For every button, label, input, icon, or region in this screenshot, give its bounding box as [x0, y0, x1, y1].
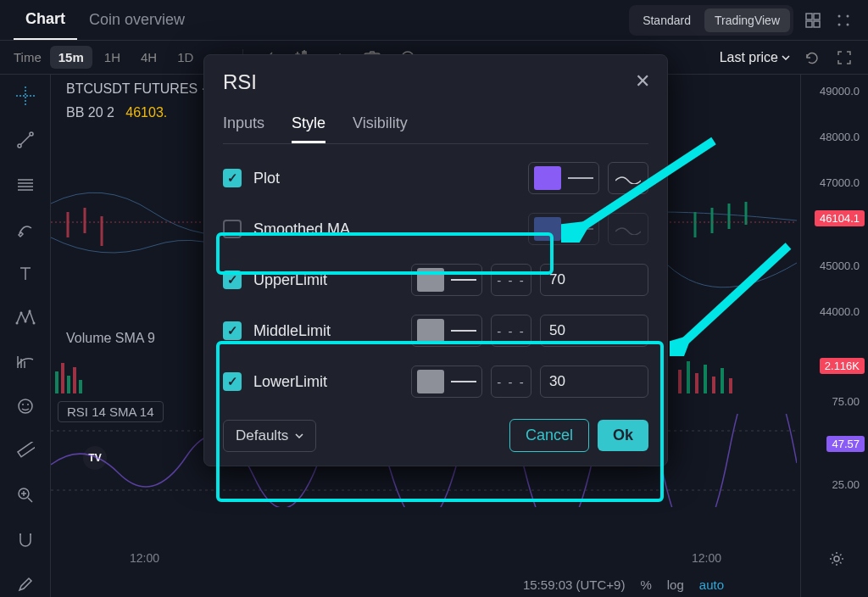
svg-point-7: [847, 23, 849, 25]
middle-color-line[interactable]: [411, 315, 482, 347]
svg-rect-54: [79, 380, 82, 393]
view-switch: Standard TradingView: [629, 5, 793, 36]
svg-point-25: [19, 311, 22, 314]
dialog-title: RSI: [223, 70, 648, 94]
tf-4h[interactable]: 4H: [132, 46, 165, 69]
last-price-dropdown[interactable]: Last price: [720, 50, 790, 65]
tf-1d[interactable]: 1D: [169, 46, 202, 69]
checkbox-plot[interactable]: [223, 169, 242, 187]
row-middle-limit: MiddleLimit - - - 50: [223, 312, 648, 349]
top-tabs: Chart Coin overview Standard TradingView: [0, 0, 868, 41]
svg-line-19: [20, 136, 30, 145]
svg-rect-52: [67, 376, 70, 393]
layout-grid-icon[interactable]: [802, 9, 824, 31]
pencil-icon[interactable]: [12, 572, 39, 597]
axis-tick: 49000.0: [820, 85, 860, 98]
text-icon[interactable]: [12, 260, 39, 286]
scale-percent[interactable]: %: [640, 577, 651, 592]
checkbox-middle-limit[interactable]: [223, 321, 242, 340]
label-plot: Plot: [253, 170, 398, 187]
refresh-icon[interactable]: [802, 47, 822, 68]
brush-icon[interactable]: [12, 216, 39, 242]
ok-button[interactable]: Ok: [598, 420, 648, 451]
svg-rect-50: [55, 371, 58, 393]
cancel-button[interactable]: Cancel: [509, 419, 589, 452]
pattern-icon[interactable]: [12, 305, 39, 331]
label-middle-limit: MiddleLimit: [253, 322, 398, 340]
upper-dash-style[interactable]: - - -: [491, 264, 531, 296]
lower-value-input[interactable]: 30: [540, 365, 648, 398]
lower-color-line[interactable]: [411, 365, 482, 398]
time-axis: 12:00 12:00: [51, 551, 800, 572]
fullscreen-icon[interactable]: [834, 47, 854, 68]
svg-rect-51: [61, 363, 64, 393]
view-tradingview[interactable]: TradingView: [704, 8, 790, 32]
scale-auto[interactable]: auto: [699, 577, 724, 592]
checkbox-smoothed-ma[interactable]: [223, 220, 242, 238]
axis-tick: 25.00: [832, 478, 860, 491]
plot-color-line[interactable]: [528, 162, 599, 194]
label-smoothed-ma: Smoothed MA: [253, 220, 398, 238]
plot-line-style[interactable]: [608, 162, 648, 194]
axis-tick: 75.00: [832, 395, 860, 408]
svg-point-18: [30, 132, 33, 136]
smoothed-line-style[interactable]: [608, 213, 648, 245]
trendline-icon[interactable]: [12, 127, 39, 153]
middle-value-input[interactable]: 50: [540, 315, 648, 347]
smoothed-color-line[interactable]: [528, 213, 599, 245]
row-upper-limit: UpperLimit - - - 70: [223, 261, 648, 298]
svg-rect-53: [73, 367, 76, 393]
svg-point-17: [18, 144, 21, 148]
zoom-icon[interactable]: [12, 483, 39, 508]
svg-point-28: [32, 321, 35, 324]
svg-rect-0: [806, 14, 812, 20]
crosshair-icon[interactable]: [12, 83, 39, 109]
emoji-icon[interactable]: [12, 393, 39, 419]
price-badge: 46104.1: [815, 210, 865, 226]
svg-point-27: [28, 310, 31, 312]
rsi-badge: 47.57: [826, 436, 865, 452]
row-lower-limit: LowerLimit - - - 30: [223, 363, 648, 400]
tab-inputs[interactable]: Inputs: [223, 114, 264, 143]
tab-coin-overview[interactable]: Coin overview: [77, 1, 197, 39]
axis-settings-icon[interactable]: [829, 551, 844, 566]
checkbox-upper-limit[interactable]: [223, 271, 242, 289]
svg-point-26: [24, 320, 26, 322]
label-lower-limit: LowerLimit: [253, 373, 398, 391]
svg-rect-3: [814, 21, 820, 27]
tab-chart[interactable]: Chart: [14, 0, 77, 40]
axis-tick: 48000.0: [820, 131, 860, 143]
scale-log[interactable]: log: [667, 577, 684, 592]
price-axis[interactable]: 49000.0 48000.0 47000.0 46104.1 45000.0 …: [800, 75, 868, 597]
tab-visibility[interactable]: Visibility: [353, 114, 408, 143]
more-menu-icon[interactable]: [832, 9, 854, 31]
svg-point-24: [15, 321, 18, 324]
svg-rect-60: [721, 368, 724, 393]
svg-point-64: [834, 556, 839, 561]
forecast-icon[interactable]: [12, 349, 39, 375]
tab-style[interactable]: Style: [292, 114, 326, 143]
middle-dash-style[interactable]: - - -: [491, 315, 531, 347]
axis-tick: 44000.0: [820, 305, 860, 318]
checkbox-lower-limit[interactable]: [223, 372, 242, 391]
defaults-dropdown[interactable]: Defaults: [223, 420, 316, 452]
svg-rect-57: [695, 373, 698, 393]
view-standard[interactable]: Standard: [632, 8, 701, 32]
bb-legend: BB 20 2 46103.: [66, 105, 167, 120]
upper-value-input[interactable]: 70: [540, 264, 648, 296]
lower-dash-style[interactable]: - - -: [491, 365, 531, 398]
magnet-icon[interactable]: [12, 527, 39, 552]
upper-color-line[interactable]: [411, 264, 482, 296]
tf-1h[interactable]: 1H: [96, 46, 129, 69]
drawing-tools-sidebar: [0, 75, 51, 597]
label-upper-limit: UpperLimit: [253, 271, 398, 289]
status-bar: 15:59:03 (UTC+9) % log auto: [523, 577, 724, 592]
svg-rect-61: [729, 378, 732, 393]
fib-icon[interactable]: [12, 172, 39, 198]
svg-rect-58: [704, 365, 707, 393]
tf-15m[interactable]: 15m: [50, 46, 92, 69]
ruler-icon[interactable]: [12, 438, 39, 464]
clock-text: 15:59:03 (UTC+9): [523, 577, 625, 592]
close-icon[interactable]: ✕: [635, 70, 650, 92]
svg-point-34: [27, 404, 29, 405]
